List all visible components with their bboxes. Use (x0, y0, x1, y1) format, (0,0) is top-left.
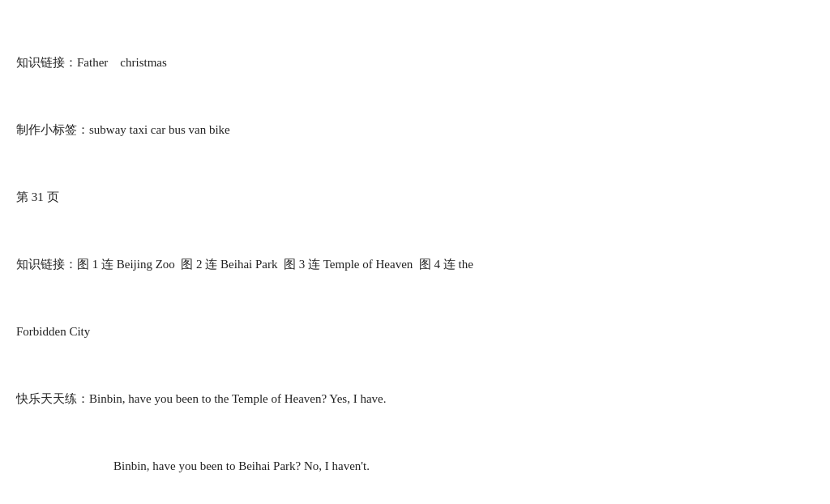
line-2: 制作小标签：subway taxi car bus van bike (16, 119, 814, 141)
line-5: 快乐天天练：Binbin, have you been to the Templ… (16, 388, 814, 410)
line-page-31: 第 31 页 (16, 186, 814, 208)
indent-5b: Binbin, have you been to Beihai Park? No… (113, 455, 370, 477)
line-5b: Binbin, have you been to Beihai Park? No… (16, 455, 814, 477)
line-1: 知识链接：Father christmas (16, 52, 814, 74)
line-4b: Forbidden City (16, 321, 814, 343)
line-4: 知识链接：图 1 连 Beijing Zoo 图 2 连 Beihai Park… (16, 254, 814, 275)
main-content: 知识链接：Father christmas 制作小标签：subway taxi … (16, 8, 814, 504)
